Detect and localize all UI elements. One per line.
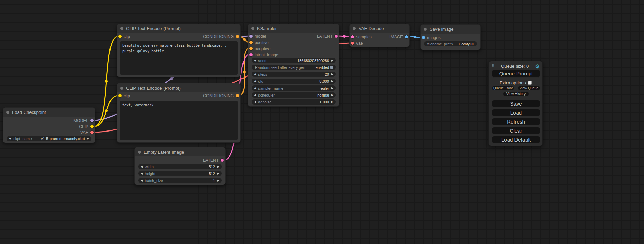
decrement-icon[interactable]: ◀ (254, 73, 256, 76)
queue-front-button[interactable]: Queue Front (492, 86, 514, 90)
node-empty-latent-image[interactable]: Empty Latent Image LATENT ◀ width 512 ▶ … (134, 147, 226, 185)
widget-cfg[interactable]: ◀ cfg 8.000 ▶ (252, 79, 336, 84)
increment-icon[interactable]: ▶ (331, 73, 333, 76)
widget-sampler-name[interactable]: ◀ sampler_name euler ▶ (252, 85, 336, 91)
node-title: Empty Latent Image (144, 150, 184, 155)
increment-icon[interactable]: ▶ (217, 172, 219, 175)
increment-icon[interactable]: ▶ (331, 93, 333, 97)
input-slot-negative: negative (248, 46, 339, 52)
node-clip-text-encode-negative[interactable]: CLIP Text Encode (Prompt) clip CONDITION… (117, 83, 241, 143)
collapse-dot[interactable] (251, 27, 254, 30)
view-queue-button[interactable]: View Queue (518, 86, 540, 90)
empty-latent-title-bar[interactable]: Empty Latent Image (135, 147, 225, 156)
link-midpoint-dot (105, 80, 108, 83)
input-dot-negative[interactable] (249, 47, 253, 50)
collapse-dot[interactable] (120, 87, 123, 90)
decrement-icon[interactable]: ◀ (254, 59, 256, 62)
ksampler-title-bar[interactable]: KSampler (248, 24, 339, 33)
node-save-image[interactable]: Save Image images filename_prefix ComfyU… (420, 24, 481, 50)
input-slot-images: images (421, 35, 480, 40)
widget-name: Random seed after every gen (255, 65, 305, 70)
node-clip-text-encode-positive[interactable]: CLIP Text Encode (Prompt) clip CONDITION… (117, 24, 241, 77)
collapse-dot[interactable] (353, 27, 356, 30)
input-dot-latent-image[interactable] (249, 53, 253, 56)
widget-denoise[interactable]: ◀ denoise 1.000 ▶ (252, 99, 336, 105)
node-load-checkpoint[interactable]: Load Checkpoint MODEL CLIP VAE ◀ ckpt_na… (3, 107, 95, 143)
queue-prompt-button[interactable]: Queue Prompt (492, 70, 540, 78)
increment-icon[interactable]: ▶ (331, 87, 333, 90)
output-dot-conditioning[interactable] (236, 35, 239, 38)
output-dot-vae[interactable] (90, 131, 94, 134)
collapse-dot[interactable] (120, 27, 123, 30)
input-dot-positive[interactable] (249, 41, 253, 44)
node-vae-decode[interactable]: VAE Decode samples IMAGE vae (349, 24, 410, 47)
vae-decode-title-bar[interactable]: VAE Decode (350, 24, 409, 33)
input-dot-images[interactable] (422, 36, 425, 39)
clear-button[interactable]: Clear (492, 127, 540, 134)
output-slot-conditioning: CONDITIONING (117, 93, 240, 99)
widget-filename-prefix[interactable]: filename_prefix ComfyUI (424, 41, 477, 46)
widget-name: filename_prefix (427, 42, 453, 46)
collapse-dot[interactable] (424, 28, 427, 31)
slot-label: CLIP (79, 124, 88, 129)
output-dot-image[interactable] (405, 35, 408, 38)
output-dot-latent[interactable] (335, 35, 338, 38)
extra-options-label: Extra options (500, 80, 526, 85)
clip-encode-title-bar[interactable]: CLIP Text Encode (Prompt) (117, 83, 240, 92)
decrement-icon[interactable]: ◀ (141, 172, 143, 175)
output-dot-conditioning[interactable] (236, 94, 239, 97)
collapse-dot[interactable] (6, 111, 9, 114)
decrement-icon[interactable]: ◀ (9, 137, 11, 140)
widget-seed-control[interactable]: Random seed after every gen enabled (252, 65, 336, 70)
clip-encode-title-bar[interactable]: CLIP Text Encode (Prompt) (117, 24, 240, 33)
collapse-dot[interactable] (138, 151, 141, 154)
widget-height[interactable]: ◀ height 512 ▶ (138, 171, 222, 176)
decrement-icon[interactable]: ◀ (141, 165, 143, 168)
decrement-icon[interactable]: ◀ (141, 179, 143, 182)
widget-seed[interactable]: ◀ seed 156680208700286 ▶ (252, 58, 336, 63)
widget-width[interactable]: ◀ width 512 ▶ (138, 164, 222, 169)
increment-icon[interactable]: ▶ (217, 165, 219, 168)
positive-prompt-textarea[interactable]: beautiful scenery nature glass bottle la… (120, 41, 238, 75)
node-title: KSampler (257, 26, 277, 31)
toggle-enabled-dot[interactable] (330, 66, 333, 69)
comfyui-node-canvas[interactable]: { "colors": { "model": "#B39DDB", "clip"… (0, 0, 644, 244)
increment-icon[interactable]: ▶ (331, 59, 333, 62)
output-slot-vae: VAE (3, 130, 95, 135)
drag-handle-icon[interactable]: ⠿ (492, 64, 495, 69)
settings-gear-icon[interactable]: ⚙ (535, 64, 540, 69)
save-image-title-bar[interactable]: Save Image (421, 25, 480, 34)
increment-icon[interactable]: ▶ (331, 80, 333, 83)
widget-batch-size[interactable]: ◀ batch_size 1 ▶ (138, 178, 222, 183)
menu-header: ⠿ Queue size: 0 ⚙ (489, 63, 542, 69)
increment-icon[interactable]: ▶ (331, 100, 333, 103)
output-dot-clip[interactable] (90, 125, 94, 128)
widget-steps[interactable]: ◀ steps 20 ▶ (252, 72, 336, 77)
negative-prompt-textarea[interactable]: text, watermark (120, 101, 238, 140)
link-midpoint-dot (343, 35, 346, 38)
input-dot-vae[interactable] (351, 42, 354, 45)
widget-ckpt-name[interactable]: ◀ ckpt_name v1-5-pruned-emaonly.ckpt ▶ (7, 136, 91, 141)
refresh-button[interactable]: Refresh (492, 118, 540, 125)
node-title: CLIP Text Encode (Prompt) (126, 26, 181, 31)
node-title: Load Checkpoint (12, 110, 46, 115)
view-history-button[interactable]: View History (503, 92, 529, 96)
decrement-icon[interactable]: ◀ (254, 87, 256, 90)
decrement-icon[interactable]: ◀ (254, 93, 256, 97)
widget-name: cfg (258, 79, 263, 83)
load-default-button[interactable]: Load Default (492, 136, 540, 143)
node-ksampler[interactable]: KSampler model LATENT positive negative … (248, 24, 339, 107)
increment-icon[interactable]: ▶ (87, 137, 89, 140)
extra-options-checkbox[interactable] (528, 81, 532, 85)
output-dot-latent[interactable] (221, 159, 224, 162)
save-button[interactable]: Save (492, 100, 540, 107)
widget-value: enabled (316, 65, 329, 70)
output-dot-model[interactable] (90, 119, 94, 122)
increment-icon[interactable]: ▶ (217, 179, 219, 182)
node-title: VAE Decode (359, 26, 384, 31)
decrement-icon[interactable]: ◀ (254, 100, 256, 103)
widget-scheduler[interactable]: ◀ scheduler normal ▶ (252, 92, 336, 98)
decrement-icon[interactable]: ◀ (254, 80, 256, 83)
load-button[interactable]: Load (492, 109, 540, 116)
load-checkpoint-title-bar[interactable]: Load Checkpoint (3, 108, 95, 117)
